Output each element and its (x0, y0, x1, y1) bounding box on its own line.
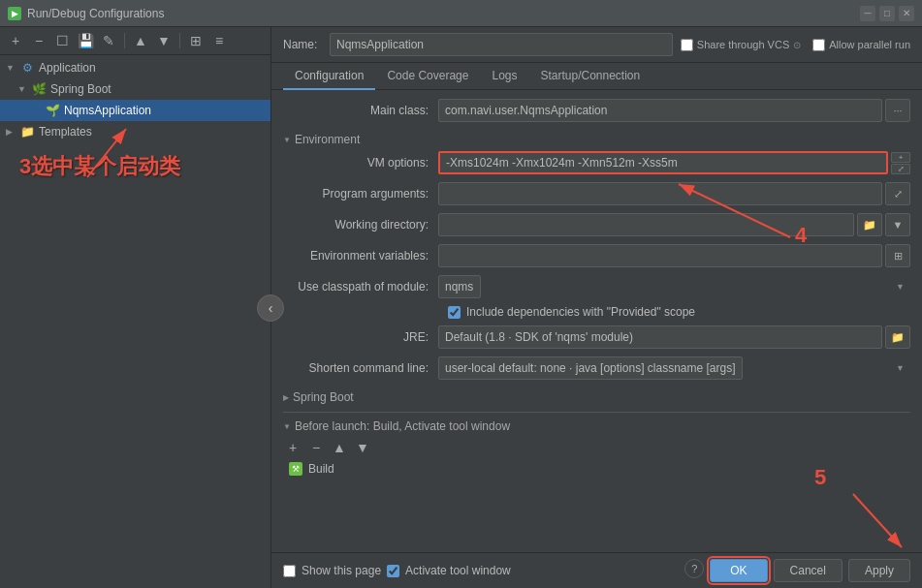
before-launch-section: ▼ Before launch: Build, Activate tool wi… (283, 412, 910, 479)
activate-tool-checkbox[interactable] (387, 565, 399, 577)
nqms-label: NqmsApplication (64, 104, 151, 117)
add-config-button[interactable]: + (6, 31, 25, 50)
jre-row: JRE: Default (1.8 · SDK of 'nqms' module… (283, 325, 910, 350)
spring-icon: 🌿 (31, 81, 47, 97)
jre-browse-button[interactable]: 📁 (885, 325, 910, 349)
vm-input-area (438, 151, 888, 174)
bottom-bar: Show this page Activate tool window ? OK… (271, 552, 922, 588)
remove-config-button[interactable]: − (29, 31, 48, 50)
before-launch-header[interactable]: ▼ Before launch: Build, Activate tool wi… (283, 417, 910, 436)
spring-boot-label: Spring Boot (50, 82, 111, 96)
environment-section-header[interactable]: ▼ Environment (283, 129, 910, 150)
edit-config-button[interactable]: ✎ (99, 31, 118, 50)
title-bar-left: ▶ Run/Debug Configurations (8, 7, 164, 20)
cancel-button[interactable]: Cancel (774, 559, 843, 582)
env-arrow-icon: ▼ (283, 136, 291, 144)
working-dir-input[interactable] (438, 213, 854, 236)
env-vars-input-group: ⊞ (438, 244, 910, 267)
include-deps-checkbox[interactable] (448, 306, 461, 319)
expand-arrow-templates: ▶ (6, 127, 17, 137)
classpath-module-select-wrapper: nqms (438, 275, 910, 298)
vm-options-input[interactable] (438, 151, 888, 174)
copy-config-button[interactable]: ☐ (52, 31, 72, 50)
ok-button[interactable]: OK (710, 559, 767, 582)
sidebar-item-templates[interactable]: ▶ 📁 Templates (0, 121, 270, 142)
allow-parallel-checkbox[interactable] (812, 39, 825, 51)
apply-button[interactable]: Apply (848, 559, 910, 582)
before-launch-down-button[interactable]: ▼ (353, 438, 372, 457)
share-vcs-checkbox[interactable] (681, 39, 693, 51)
jre-input-group: Default (1.8 · SDK of 'nqms' module) 📁 (438, 325, 910, 349)
show-page-row: Show this page Activate tool window (283, 564, 677, 577)
minimize-button[interactable]: ─ (860, 6, 875, 21)
shorten-cmd-label: Shorten command line: (283, 361, 438, 375)
working-dir-input-group: 📁 ▼ (438, 213, 910, 236)
activate-tool-label: Activate tool window (405, 564, 511, 577)
help-button[interactable]: ? (684, 559, 704, 578)
name-checkboxes: Share through VCS ⊙ Allow parallel run (681, 39, 910, 51)
move-down-button[interactable]: ▼ (154, 31, 174, 50)
spring-boot-section-header[interactable]: ▶ Spring Boot (283, 387, 910, 408)
main-class-input[interactable] (438, 99, 882, 122)
share-vcs-label: Share through VCS (697, 39, 789, 50)
before-launch-toolbar: + − ▲ ▼ (283, 436, 910, 459)
annotation-text: 3选中某个启动类 (19, 153, 180, 181)
env-vars-input[interactable] (438, 244, 882, 267)
tab-startup[interactable]: Startup/Connection (528, 63, 652, 90)
sidebar-item-spring-boot[interactable]: ▼ 🌿 Spring Boot (0, 78, 270, 100)
name-label: Name: (283, 38, 322, 51)
sidebar-item-application[interactable]: ▼ ⚙ Application (0, 57, 270, 78)
working-dir-dropdown-button[interactable]: ▼ (885, 213, 910, 236)
sidebar: + − ☐ 💾 ✎ ▲ ▼ ⊞ ≡ ▼ ⚙ Application (0, 27, 271, 588)
working-dir-label: Working directory: (283, 218, 438, 232)
sort-button[interactable]: ⊞ (186, 31, 206, 50)
classpath-module-select[interactable]: nqms (438, 275, 481, 298)
before-launch-add-button[interactable]: + (283, 438, 302, 457)
dialog-icon: ▶ (8, 7, 21, 20)
jre-label: JRE: (283, 330, 438, 344)
save-config-button[interactable]: 💾 (76, 31, 95, 50)
collapse-sidebar-button[interactable]: ‹ (257, 294, 284, 322)
spring-arrow-icon: ▶ (283, 393, 289, 402)
main-class-browse-button[interactable]: ··· (885, 99, 910, 122)
program-args-input-group: ⤢ (438, 182, 910, 205)
working-dir-browse-button[interactable]: 📁 (857, 213, 882, 236)
before-launch-remove-button[interactable]: − (306, 438, 326, 457)
maximize-button[interactable]: □ (879, 6, 895, 21)
application-label: Application (39, 61, 96, 75)
show-page-checkbox[interactable] (283, 565, 296, 577)
shorten-cmd-row: Shorten command line: user-local default… (283, 356, 910, 381)
tab-logs[interactable]: Logs (480, 63, 528, 90)
tab-code-coverage[interactable]: Code Coverage (375, 63, 480, 90)
expand-arrow: ▼ (6, 63, 17, 73)
shorten-cmd-select[interactable]: user-local default: none · java [options… (438, 356, 743, 380)
share-vcs-group: Share through VCS ⊙ (681, 39, 801, 51)
env-vars-label: Environment variables: (283, 249, 438, 263)
dialog-body: + − ☐ 💾 ✎ ▲ ▼ ⊞ ≡ ▼ ⚙ Application (0, 27, 922, 588)
move-up-button[interactable]: ▲ (131, 31, 150, 50)
close-button[interactable]: ✕ (899, 6, 914, 21)
more-button[interactable]: ≡ (209, 31, 229, 50)
before-launch-label: Before launch: Build, Activate tool wind… (295, 419, 510, 433)
program-args-expand-button[interactable]: ⤢ (885, 182, 910, 205)
tab-configuration[interactable]: Configuration (283, 63, 375, 90)
run-debug-dialog: ▶ Run/Debug Configurations ─ □ ✕ + − ☐ 💾… (0, 0, 922, 588)
vm-add-button[interactable]: + (891, 152, 910, 163)
sidebar-item-nqms[interactable]: 🌱 NqmsApplication (0, 100, 270, 121)
vm-options-row: VM options: + ⤢ (283, 150, 910, 175)
before-launch-up-button[interactable]: ▲ (330, 438, 349, 457)
jre-select[interactable]: Default (1.8 · SDK of 'nqms' module) (438, 325, 882, 349)
classpath-module-row: Use classpath of module: nqms (283, 274, 910, 299)
program-args-label: Program arguments: (283, 187, 438, 201)
templates-icon: 📁 (19, 124, 35, 139)
env-vars-expand-button[interactable]: ⊞ (885, 244, 910, 267)
config-panel: Main class: ··· ▼ Environment VM options… (271, 90, 922, 552)
name-input[interactable] (330, 33, 673, 56)
vm-expand-button[interactable]: ⤢ (891, 164, 910, 174)
main-class-label: Main class: (283, 104, 438, 117)
program-args-input[interactable] (438, 182, 882, 205)
environment-label: Environment (295, 133, 360, 146)
toolbar-separator2 (179, 33, 180, 48)
allow-parallel-group: Allow parallel run (812, 39, 910, 51)
title-bar: ▶ Run/Debug Configurations ─ □ ✕ (0, 0, 922, 27)
